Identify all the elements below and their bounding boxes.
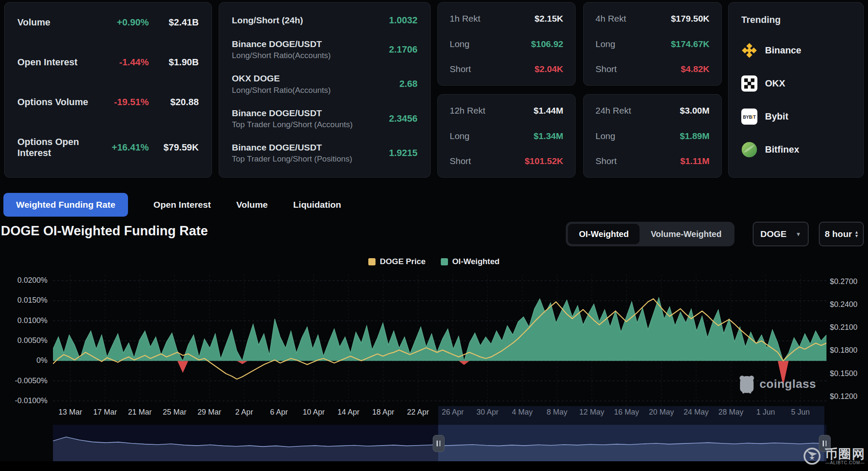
stat-row-options-open-interest: Options Open Interest +16.41% $79.59K bbox=[17, 137, 199, 159]
interval-select-value: 8 hour bbox=[825, 229, 852, 239]
trending-title: Trending bbox=[741, 14, 851, 25]
tab-volume[interactable]: Volume bbox=[236, 200, 267, 210]
rekt-long-label: Long bbox=[450, 39, 470, 49]
stat-label: Options Open Interest bbox=[17, 137, 94, 159]
rekt-long-value: $106.92 bbox=[531, 39, 563, 49]
stat-change: -19.51% bbox=[94, 97, 149, 108]
site-watermark-icon: ★ bbox=[803, 447, 821, 465]
trending-item-okx[interactable]: OKX bbox=[741, 75, 851, 92]
site-watermark: ★ 币圈网 —ALIBTC.COM— bbox=[803, 447, 865, 465]
funding-rate-chart[interactable] bbox=[53, 275, 826, 407]
long-short-ratio-card: Long/Short (24h) 1.0032 Binance DOGE/USD… bbox=[219, 2, 431, 178]
stat-row-options-volume: Options Volume -19.51% $20.88 bbox=[17, 97, 199, 108]
rekt-short-label: Short bbox=[450, 156, 471, 166]
legend-swatch-funding bbox=[441, 258, 448, 265]
navigator-selection-extension bbox=[438, 406, 824, 425]
rekt-short-value: $2.04K bbox=[534, 64, 563, 74]
site-watermark-subtitle: —ALIBTC.COM— bbox=[825, 460, 865, 465]
rekt-card-12h: 12h Rekt$1.44M Long$1.34M Short$101.52K bbox=[437, 94, 576, 178]
ratio-subtitle: Long/Short Ratio(Accounts) bbox=[232, 85, 399, 96]
ratio-pair: OKX DOGE bbox=[232, 72, 399, 84]
ratio-pair: Binance DOGE/USDT bbox=[232, 142, 389, 153]
ratio-pair: Binance DOGE/USDT bbox=[232, 107, 389, 119]
bitfinex-icon bbox=[741, 142, 757, 158]
rekt-total: $3.00M bbox=[680, 106, 709, 116]
coinglass-doge-dashboard: Volume +0.90% $2.41B Open Interest -1.44… bbox=[0, 0, 868, 471]
rekt-total: $2.15K bbox=[534, 14, 563, 24]
stat-label: Volume bbox=[17, 17, 94, 28]
rekt-total: $1.44M bbox=[534, 106, 563, 116]
ratio-row: Binance DOGE/USDT Long/Short Ratio(Accou… bbox=[232, 38, 417, 61]
symbol-select-value: DOGE bbox=[760, 229, 787, 239]
ratio-title: Long/Short (24h) bbox=[232, 14, 389, 26]
ratio-pair: Binance DOGE/USDT bbox=[232, 38, 389, 50]
site-watermark-title: 币圈网 bbox=[825, 448, 865, 460]
weighting-toggle: OI-Weighted Volume-Weighted bbox=[566, 222, 734, 246]
stat-label: Open Interest bbox=[17, 57, 94, 68]
ratio-subtitle: Top Trader Long/Short (Accounts) bbox=[232, 119, 389, 130]
legend-label: OI-Weighted bbox=[452, 257, 500, 266]
trending-item-label: Binance bbox=[765, 45, 801, 56]
stat-row-open-interest: Open Interest -1.44% $1.90B bbox=[17, 57, 199, 68]
rekt-period: 12h Rekt bbox=[450, 106, 485, 116]
binance-icon bbox=[741, 42, 757, 59]
tab-open-interest[interactable]: Open Interest bbox=[153, 200, 211, 210]
right-axis-labels: $0.2700$0.2400$0.2100$0.1800$0.1500$0.12… bbox=[830, 275, 868, 407]
rekt-short-value: $101.52K bbox=[525, 156, 563, 166]
ratio-value: 2.68 bbox=[399, 78, 417, 89]
trending-item-bitfinex[interactable]: Bitfinex bbox=[741, 142, 851, 158]
ratio-subtitle: Top Trader Long/Short (Positions) bbox=[232, 153, 389, 164]
stat-value: $2.41B bbox=[149, 17, 199, 28]
rekt-short-label: Short bbox=[595, 64, 617, 74]
stat-value: $20.88 bbox=[149, 97, 199, 108]
trending-item-label: Bitfinex bbox=[765, 144, 799, 155]
trending-item-bybit[interactable]: BYBIT Bybit bbox=[741, 109, 851, 125]
tab-weighted-funding-rate[interactable]: Weighted Funding Rate bbox=[3, 193, 128, 217]
stat-value: $79.59K bbox=[149, 142, 199, 153]
trending-item-binance[interactable]: Binance bbox=[741, 42, 851, 59]
rekt-short-value: $4.82K bbox=[681, 64, 709, 74]
ratio-row: Binance DOGE/USDT Top Trader Long/Short … bbox=[232, 142, 417, 164]
coinglass-mascot-icon bbox=[738, 375, 755, 393]
trending-item-label: Bybit bbox=[765, 111, 788, 122]
ratio-row: OKX DOGE Long/Short Ratio(Accounts) 2.68 bbox=[232, 72, 417, 95]
ratio-row: Binance DOGE/USDT Top Trader Long/Short … bbox=[232, 107, 417, 130]
stat-label: Options Volume bbox=[17, 97, 94, 108]
page-title: DOGE OI-Weighted Funding Rate bbox=[1, 223, 208, 239]
rekt-short-label: Short bbox=[595, 156, 617, 166]
rekt-short-value: $1.11M bbox=[680, 156, 709, 166]
chart-legend: DOGE Price OI-Weighted bbox=[0, 257, 868, 266]
tab-liquidation[interactable]: Liquidation bbox=[293, 200, 341, 210]
rekt-period: 1h Rekt bbox=[450, 14, 480, 24]
legend-item-oi-weighted[interactable]: OI-Weighted bbox=[441, 257, 500, 266]
trending-card: Trending Binance bbox=[728, 2, 864, 178]
legend-item-doge-price[interactable]: DOGE Price bbox=[368, 257, 426, 266]
ratio-header-row: Long/Short (24h) 1.0032 bbox=[232, 14, 417, 26]
stat-value: $1.90B bbox=[149, 57, 199, 68]
interval-select[interactable]: 8 hour ▴▾ bbox=[819, 222, 864, 246]
market-stats-card: Volume +0.90% $2.41B Open Interest -1.44… bbox=[4, 2, 212, 178]
rekt-period: 24h Rekt bbox=[595, 106, 631, 116]
stat-change: +16.41% bbox=[94, 142, 149, 153]
left-axis-labels: 0.0200%0.0150%0.0100%0.0050%0%-0.0050%-0… bbox=[0, 275, 47, 407]
ratio-value: 2.3456 bbox=[389, 113, 417, 124]
svg-text:★: ★ bbox=[809, 454, 815, 461]
rekt-short-label: Short bbox=[450, 64, 471, 74]
rekt-card-24h: 24h Rekt$3.00M Long$1.89M Short$1.11M bbox=[583, 94, 722, 178]
stat-change: +0.90% bbox=[94, 17, 149, 28]
navigator-handle-left[interactable] bbox=[433, 435, 445, 452]
coinglass-watermark-text: coinglass bbox=[760, 377, 816, 391]
okx-icon bbox=[741, 75, 757, 92]
stat-row-volume: Volume +0.90% $2.41B bbox=[17, 17, 199, 28]
rekt-card-1h: 1h Rekt$2.15K Long$106.92 Short$2.04K bbox=[437, 2, 576, 86]
toggle-volume-weighted[interactable]: Volume-Weighted bbox=[640, 224, 732, 244]
rekt-long-value: $174.67K bbox=[671, 39, 709, 49]
rekt-long-label: Long bbox=[595, 39, 615, 49]
ratio-value: 1.0032 bbox=[389, 15, 417, 26]
coinglass-watermark: coinglass bbox=[738, 375, 816, 393]
symbol-select[interactable]: DOGE ▼ bbox=[753, 222, 809, 246]
stat-change: -1.44% bbox=[94, 57, 149, 68]
up-down-arrows-icon: ▴▾ bbox=[855, 230, 858, 238]
rekt-long-label: Long bbox=[450, 131, 470, 141]
toggle-oi-weighted[interactable]: OI-Weighted bbox=[568, 224, 640, 244]
